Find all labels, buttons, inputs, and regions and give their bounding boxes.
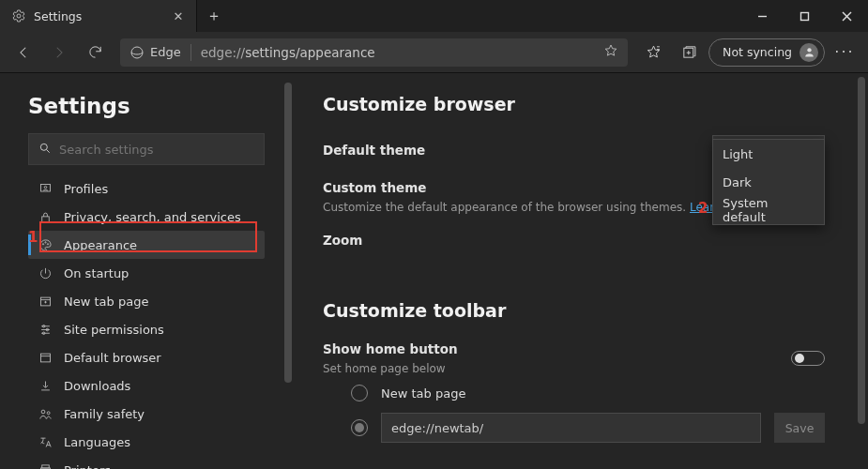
address-url: edge://settings/appearance [201,45,594,60]
customize-browser-heading: Customize browser [323,94,825,114]
avatar-icon [799,43,818,62]
theme-option-dark[interactable]: Dark [713,168,824,196]
svg-rect-16 [41,216,49,221]
svg-point-19 [47,243,48,244]
profile-state: Not syncing [723,45,792,59]
newtab-icon [38,294,53,309]
zoom-label: Zoom [323,233,362,248]
sidebar-item-profiles[interactable]: Profiles [28,174,265,203]
sidebar-item-privacy[interactable]: Privacy, search, and services [28,203,265,231]
sidebar-item-default-browser[interactable]: Default browser [28,343,265,371]
sidebar-item-newtab[interactable]: New tab page [28,287,265,315]
menu-button[interactable]: ··· [829,38,860,68]
radio-new-tab-label: New tab page [381,386,465,401]
search-settings[interactable] [28,133,265,165]
profile-button[interactable]: Not syncing [708,38,825,67]
svg-rect-2 [801,12,809,20]
theme-option-light[interactable]: Light [713,140,824,168]
show-home-toggle[interactable] [791,351,825,366]
default-theme-label: Default theme [323,143,425,158]
settings-content: Customize browser Default theme Dark Cus… [295,73,868,469]
save-button[interactable]: Save [774,413,825,443]
edge-logo-icon: Edge [129,45,181,60]
settings-sidebar: Settings Profiles Privacy, search, and s… [0,73,282,469]
sidebar-item-downloads[interactable]: Downloads [28,371,265,400]
sidebar-item-appearance[interactable]: Appearance [28,231,265,259]
refresh-button[interactable] [79,38,111,68]
palette-icon [38,237,53,252]
content-scrollbar[interactable] [858,77,865,463]
back-button[interactable] [8,38,39,68]
power-icon [38,265,53,280]
address-bar[interactable]: Edge edge://settings/appearance [120,38,628,67]
forward-button[interactable] [43,38,75,68]
svg-point-15 [44,186,47,189]
svg-point-32 [41,410,45,414]
svg-point-18 [44,241,45,242]
gear-icon [11,8,26,23]
minimize-button[interactable] [741,0,784,32]
svg-point-0 [17,14,21,18]
close-tab-button[interactable]: ✕ [170,8,187,24]
radio-custom-url[interactable] [351,419,368,436]
svg-point-12 [40,144,47,150]
maximize-button[interactable] [784,0,826,32]
theme-dropdown: Light Dark System default [712,139,825,225]
svg-point-5 [131,47,143,58]
radio-new-tab-page[interactable] [351,385,368,401]
browser-icon [38,350,53,365]
search-icon [38,141,52,159]
settings-heading: Settings [28,94,265,118]
svg-point-11 [807,48,811,52]
browser-tab[interactable]: Settings ✕ [0,0,197,32]
tab-title: Settings [34,9,162,23]
home-url-input[interactable] [381,413,761,443]
family-icon [38,406,53,421]
new-tab-button[interactable]: ＋ [197,0,231,32]
favorites-icon[interactable] [637,38,669,68]
close-window-button[interactable] [826,0,868,32]
sidebar-item-languages[interactable]: Languages [28,428,265,456]
svg-point-17 [42,243,43,244]
sliders-icon [38,322,53,337]
sidebar-item-family[interactable]: Family safety [28,400,265,428]
svg-rect-30 [40,354,50,362]
svg-point-33 [47,411,50,414]
printer-icon [38,462,53,469]
toolbar: Edge edge://settings/appearance Not sync… [0,32,868,73]
theme-option-system[interactable]: System default [713,196,824,224]
favorite-star-icon[interactable] [603,43,618,62]
show-home-label: Show home button [323,341,458,356]
language-icon [38,434,53,449]
customize-toolbar-heading: Customize toolbar [323,300,825,321]
address-browser-label: Edge [150,45,181,59]
svg-rect-35 [41,464,49,467]
sidebar-scrollbar[interactable] [282,73,295,469]
sidebar-item-permissions[interactable]: Site permissions [28,315,265,343]
titlebar: Settings ✕ ＋ [0,0,868,32]
sidebar-item-startup[interactable]: On startup [28,259,265,287]
sidebar-item-printers[interactable]: Printers [28,456,265,469]
search-input[interactable] [59,143,254,157]
collections-icon[interactable] [673,38,705,68]
profile-icon [38,181,53,196]
download-icon [38,378,53,393]
show-home-sub: Set home page below [323,362,458,375]
lock-icon [38,209,53,224]
svg-line-13 [47,149,50,152]
